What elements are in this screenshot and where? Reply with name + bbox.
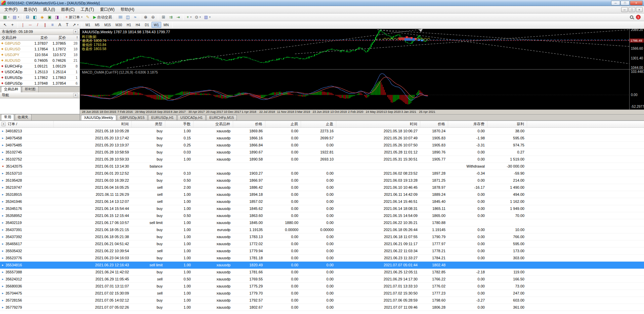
label-tool[interactable]: T — [63, 21, 71, 28]
mdi-minimize-button[interactable]: ─ — [621, 7, 628, 12]
horizontal-line-tool[interactable]: ─ — [27, 21, 34, 28]
timeframe-w1-button[interactable]: W1 — [152, 22, 161, 28]
zoom-out-button[interactable]: ⊖ — [149, 14, 157, 20]
menu-item-0[interactable]: 文件(F) — [1, 6, 20, 12]
market-watch-column-0[interactable]: 交易品种 — [0, 35, 31, 40]
order-row[interactable]: ▸349182132021.05.18 10:05:28buy1.00xauus… — [0, 128, 644, 135]
orders-column-type[interactable]: 类型 — [132, 121, 165, 127]
search-icon[interactable] — [630, 15, 633, 19]
metaeditor-button[interactable]: ✎ — [84, 14, 91, 20]
tile-windows-button[interactable]: ⊞ — [160, 14, 167, 20]
market-watch-row[interactable]: ◆USDJPY110.554110.57218 — [0, 52, 80, 58]
orders-column-profit[interactable]: 获利 — [487, 121, 527, 127]
text-tool[interactable]: A — [56, 21, 63, 28]
market-watch-column-1[interactable]: 卖价 — [31, 35, 50, 40]
autotrading-button[interactable]: ▶自动交易 — [91, 14, 114, 20]
market-watch-close-icon[interactable]: × — [73, 30, 78, 34]
orders-column-sl[interactable]: 止损 — [265, 121, 301, 127]
order-row[interactable]: ▸354373912021.06.18 05:21:15buy1.00eurus… — [0, 226, 644, 233]
cursor-tool[interactable]: ↖ — [1, 21, 9, 28]
profiles-button[interactable]: ▤▾ — [11, 14, 21, 20]
chart-tab-0[interactable]: XAUUSDp,Weekly — [81, 115, 116, 120]
maximize-button[interactable]: □ — [620, 1, 630, 5]
orders-column-open-time[interactable]: 时间 — [54, 121, 132, 127]
timeframe-mn-button[interactable]: MN — [161, 22, 171, 28]
timeframe-h4-button[interactable]: H4 — [133, 22, 142, 28]
market-watch-row[interactable]: ◆GBPUSD1.378371.3786528 — [0, 41, 80, 46]
orders-column-id[interactable]: ×订单 / — [0, 121, 54, 127]
new-order-button[interactable]: +新订单▾ — [64, 14, 84, 20]
navigator-toggle[interactable]: ◈ — [39, 14, 46, 20]
order-row[interactable]: ▸357281562021.07.05 14:02:12buy1.00xauus… — [0, 297, 644, 304]
market-watch-row[interactable]: ◆AUDUSD0.746050.7462621 — [0, 58, 80, 63]
mdi-close-button[interactable]: × — [636, 7, 643, 12]
date-axis[interactable]: 28 Jun 201518 Oct 20157 Feb 201629 May 2… — [80, 109, 644, 114]
order-row[interactable]: ▸356243122021.06.29 11:05:45sell0.50xauu… — [0, 276, 644, 283]
order-row[interactable]: ▸353451762021.06.14 15:54:44buy1.00xauus… — [0, 205, 644, 212]
strategy-tester-toggle[interactable]: ◨ — [53, 14, 61, 20]
close-button[interactable]: × — [630, 1, 643, 5]
order-row[interactable]: ▸351954282021.06.03 16:39:22buy0.50xauus… — [0, 177, 644, 184]
price-chart[interactable]: 2089.201566.601301.401044.00103.44810.00… — [80, 29, 644, 109]
order-row[interactable]: ▸351537102021.06.01 20:12:52buy0.10xauus… — [0, 170, 644, 177]
mdi-restore-button[interactable]: □ — [629, 7, 635, 12]
order-row[interactable]: ▸357792792021.07.07 05:02:26buy1.00xauus… — [0, 304, 644, 311]
orders-column-symbol[interactable]: 交易品种 — [194, 121, 233, 127]
order-row[interactable]: ▸349754852021.05.20 13:19:37buy0.25xauus… — [0, 142, 644, 149]
menu-item-3[interactable]: 图表(C) — [58, 6, 78, 12]
menu-item-2[interactable]: 插入(I) — [40, 6, 58, 12]
market-watch-row[interactable]: ◆EURCHFp1.091211.091298 — [0, 63, 80, 69]
timeframe-d1-button[interactable]: D1 — [142, 22, 152, 28]
order-row[interactable]: ▸355237762021.06.23 04:16:03buy1.00xauus… — [0, 255, 644, 262]
timeframe-m15-button[interactable]: M15 — [102, 22, 113, 28]
chart-shift-button[interactable]: ⇥ — [174, 14, 182, 20]
market-watch-tab-0[interactable]: 交易品种 — [1, 86, 21, 92]
market-watch-column-3[interactable]: ! — [68, 36, 80, 40]
market-watch-toggle[interactable]: ⊟ — [24, 14, 31, 20]
order-row[interactable]: ▸353419462021.06.14 13:12:07sell1.00xauu… — [0, 198, 644, 205]
order-row[interactable]: ▸354021192021.06.17 06:10:57sell limit1.… — [0, 219, 644, 226]
timeframe-m30-button[interactable]: M30 — [113, 22, 124, 28]
terminal-toggle[interactable]: ▣ — [46, 14, 53, 20]
order-row[interactable]: ▸351027452021.05.28 10:58:59buy0.03xauus… — [0, 149, 644, 156]
data-window-toggle[interactable]: ◧ — [31, 14, 39, 20]
candle-chart-button[interactable]: ◫ — [124, 14, 131, 20]
orders-column-open-price[interactable]: 价格 — [233, 121, 265, 127]
orders-column-lots[interactable]: 手数 — [165, 121, 194, 127]
order-row[interactable]: ▸355054322021.06.22 10:39:54sell1.00xauu… — [0, 248, 644, 255]
trendline-tool[interactable]: / — [34, 21, 41, 28]
arrows-tool[interactable]: ↗▾ — [71, 21, 80, 28]
chart-tab-1[interactable]: GBPUSDp,M15 — [117, 115, 148, 120]
order-row[interactable]: ▸356800362021.07.01 13:11:07buy1.00xauus… — [0, 283, 644, 290]
zoom-in-button[interactable]: ⊕ — [142, 14, 149, 20]
order-row[interactable]: ▸354373922021.06.18 05:21:38buy1.00xauus… — [0, 233, 644, 240]
market-watch-row[interactable]: ◆EURUSD1.178541.1787218 — [0, 46, 80, 52]
crosshair-tool[interactable]: + — [9, 21, 16, 28]
order-row[interactable]: ▸355573882021.06.24 11:42:02buy1.00xauus… — [0, 269, 644, 276]
chart-tab-2[interactable]: EURUSDp,H1 — [148, 115, 177, 120]
market-watch-row[interactable]: ◆USDCADp1.251131.251141 — [0, 69, 80, 75]
chart-tab-4[interactable]: EURCHFp,M15 — [206, 115, 237, 120]
order-row[interactable]: ●351420752021.06.01 13:14:30balanceWithd… — [0, 163, 644, 170]
timeframe-m1-button[interactable]: M1 — [83, 22, 93, 28]
orders-column-swap[interactable]: 库存费 — [448, 121, 487, 127]
orders-column-close-time[interactable]: 时间 — [336, 121, 420, 127]
market-watch-row[interactable]: ◆GBPUSDp1.378481.378546 — [0, 81, 80, 86]
bar-chart-button[interactable]: ☰ — [117, 14, 124, 20]
orders-column-close-price[interactable]: 价格 — [420, 121, 448, 127]
orders-column-tp[interactable]: 止盈 — [301, 121, 336, 127]
line-chart-button[interactable]: ≈ — [131, 14, 139, 20]
order-row[interactable]: ▸355348162021.06.23 12:16:43sell limit1.… — [0, 262, 644, 269]
chart-tab-3[interactable]: USDCADp,H1 — [177, 115, 206, 120]
periods-button[interactable]: ⊙▾ — [193, 14, 203, 20]
navigator-tab-1[interactable]: 收藏夹 — [15, 114, 32, 120]
minimize-button[interactable]: ─ — [611, 1, 620, 5]
indicators-button[interactable]: +▾ — [185, 14, 193, 20]
order-row[interactable]: ▸357044752021.07.02 15:30:09sell1.00xauu… — [0, 290, 644, 297]
notification-badge[interactable]: 1 — [636, 15, 641, 19]
market-watch-row[interactable]: ◆EURUSDp1.178621.178631 — [0, 75, 80, 81]
order-row[interactable]: ▸351027522021.05.28 10:59:33buy1.00xauus… — [0, 156, 644, 163]
navigator-close-icon[interactable]: × — [73, 93, 78, 97]
menu-item-6[interactable]: 帮助(H) — [118, 6, 137, 12]
navigator-tab-0[interactable]: 常用 — [1, 114, 14, 120]
